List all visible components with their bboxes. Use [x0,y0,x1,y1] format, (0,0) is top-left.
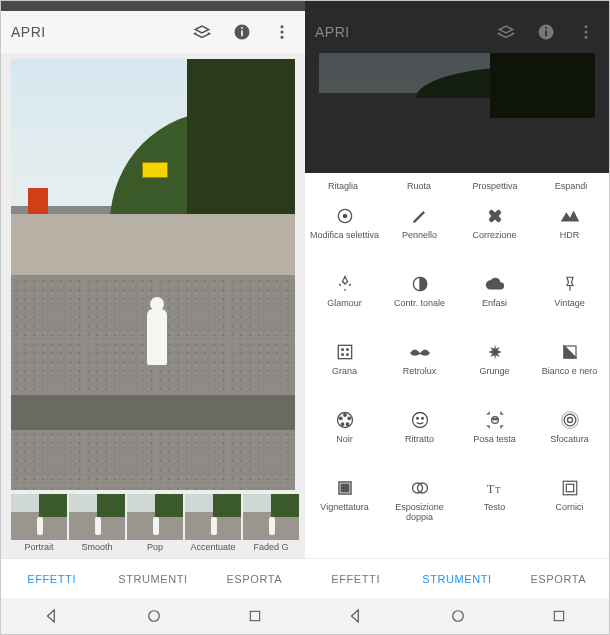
tool-label: Glamour [327,299,362,309]
pin-icon [561,273,579,295]
vignette-icon [336,477,354,499]
effect-label: Accentuate [190,542,235,552]
svg-rect-10 [545,27,547,29]
tab-esporta[interactable]: ESPORTA [204,559,305,598]
svg-point-4 [281,31,284,34]
tab-strumenti[interactable]: STRUMENTI [406,559,507,598]
tool-reel[interactable]: Noir [307,409,382,469]
frame-icon [561,477,579,499]
nav-home-icon[interactable] [125,603,183,629]
tool-vignette[interactable]: Vignettatura [307,477,382,537]
tab-esporta[interactable]: ESPORTA [508,559,609,598]
info-icon[interactable] [229,19,255,45]
tool-ritaglia[interactable]: Ritaglia [305,173,381,199]
effect-pop[interactable]: Pop [127,494,183,558]
bottom-tabs: EFFETTI STRUMENTI ESPORTA [305,558,609,598]
target-icon [335,205,355,227]
open-button[interactable]: APRI [11,24,46,40]
tool-double[interactable]: Esposizione doppia [382,477,457,537]
tool-label: HDR [560,231,580,241]
overflow-menu-icon[interactable] [573,19,599,45]
tool-target[interactable]: Modifica selettiva [307,205,382,265]
tool-label: Pennello [402,231,437,241]
nav-recent-icon[interactable] [227,604,283,628]
svg-point-11 [585,25,588,28]
tool-tonal[interactable]: Contr. tonale [382,273,457,333]
svg-point-3 [281,25,284,28]
svg-rect-48 [566,484,574,492]
svg-point-6 [149,611,160,622]
tools-sheet: Ritaglia Ruota Prospettiva Espandi Modif… [305,173,609,558]
tab-effetti[interactable]: EFFETTI [1,559,102,598]
tool-headpose[interactable]: Posa testa [457,409,532,469]
tool-glamour[interactable]: Glamour [307,273,382,333]
effect-label: Faded G [253,542,288,552]
svg-point-29 [346,423,349,426]
svg-rect-2 [241,27,243,29]
tool-blur[interactable]: Sfocatura [532,409,607,469]
editor-pane-tools: APRI Ritaglia Ruota Prospettiva Espandi … [305,1,609,634]
effect-label: Pop [147,542,163,552]
text-icon: TT [485,477,505,499]
layers-icon[interactable] [493,19,519,45]
tool-bw[interactable]: Bianco e nero [532,341,607,401]
headpose-icon [485,409,505,431]
tool-label: Grana [332,367,357,377]
tool-prospettiva[interactable]: Prospettiva [457,173,533,199]
svg-point-39 [564,414,576,426]
svg-rect-20 [338,345,351,358]
tool-frame[interactable]: Cornici [532,477,607,537]
tool-grunge[interactable]: Grunge [457,341,532,401]
tool-label: Grunge [479,367,509,377]
svg-point-13 [585,36,588,39]
tool-espandi[interactable]: Espandi [533,173,609,199]
tool-cloud[interactable]: Enfasi [457,273,532,333]
svg-point-37 [495,419,496,420]
overflow-menu-icon[interactable] [269,19,295,45]
photo-canvas[interactable] [1,53,305,494]
effect-accentuate[interactable]: Accentuate [185,494,241,558]
tool-label: Correzione [472,231,516,241]
effect-portrait[interactable]: Portrait [11,494,67,558]
tool-label: Posa testa [473,435,516,445]
tool-label: Bianco e nero [542,367,598,377]
tool-face[interactable]: Ritratto [382,409,457,469]
mustache-icon [408,341,432,363]
svg-point-49 [453,611,464,622]
tool-pin[interactable]: Vintage [532,273,607,333]
tool-brush[interactable]: Pennello [382,205,457,265]
android-nav-bar [305,598,609,634]
tool-ruota[interactable]: Ruota [381,173,457,199]
tool-label: Retrolux [403,367,437,377]
cloud-icon [484,273,506,295]
svg-point-35 [491,417,498,424]
tool-bandage[interactable]: Correzione [457,205,532,265]
effects-strip: Portrait Smooth Pop Accentuate Faded G [1,494,305,558]
nav-home-icon[interactable] [429,603,487,629]
top-bar: APRI [305,11,609,53]
tool-text[interactable]: TTTesto [457,477,532,537]
effect-faded[interactable]: Faded G [243,494,299,558]
android-nav-bar [1,598,305,634]
tool-label: Esposizione doppia [385,503,455,523]
open-button[interactable]: APRI [315,24,350,40]
effect-smooth[interactable]: Smooth [69,494,125,558]
status-bar [1,1,305,11]
bw-icon [561,341,579,363]
svg-point-31 [339,417,342,420]
tab-effetti[interactable]: EFFETTI [305,559,406,598]
info-icon[interactable] [533,19,559,45]
layers-icon[interactable] [189,19,215,45]
top-bar: APRI [1,11,305,53]
figure-graphic [147,309,167,365]
tool-hdr[interactable]: HDR [532,205,607,265]
nav-recent-icon[interactable] [531,604,587,628]
tool-mustache[interactable]: Retrolux [382,341,457,401]
double-icon [410,477,430,499]
nav-back-icon[interactable] [327,603,385,629]
svg-text:T: T [495,485,501,495]
tonal-icon [410,273,430,295]
nav-back-icon[interactable] [23,603,81,629]
tab-strumenti[interactable]: STRUMENTI [102,559,203,598]
tool-grain[interactable]: Grana [307,341,382,401]
